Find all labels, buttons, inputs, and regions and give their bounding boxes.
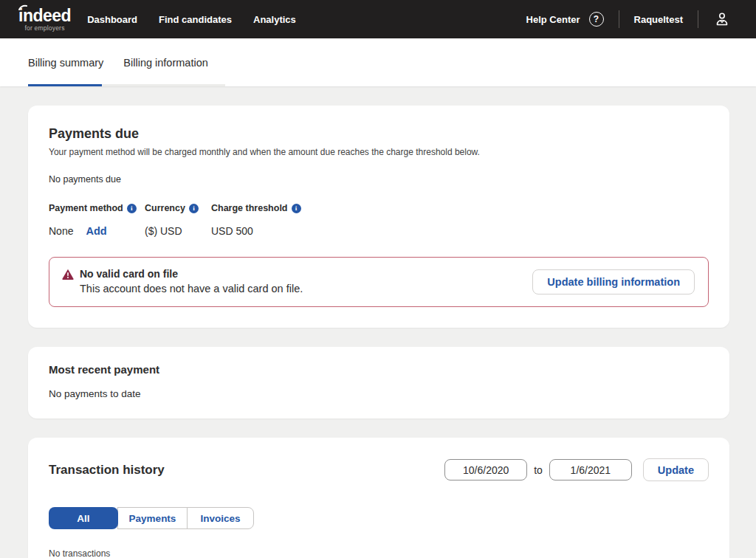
tab-billing-summary[interactable]: Billing summary	[28, 57, 103, 69]
payments-due-subtitle: Your payment method will be charged mont…	[49, 147, 709, 157]
payments-columns-values: None Add ($) USD USD 500	[49, 225, 709, 237]
alert-content: No valid card on file This account does …	[62, 267, 303, 297]
currency-column: Currency i	[145, 203, 211, 213]
alert-message: This account does not have a valid card …	[80, 281, 303, 297]
payment-method-value: None	[49, 225, 73, 237]
payment-method-value-cell: None Add	[49, 225, 145, 237]
indeed-logo-arc	[18, 4, 27, 10]
charge-threshold-value: USD 500	[211, 225, 253, 237]
date-from-input[interactable]	[444, 459, 527, 480]
most-recent-payment-title: Most recent payment	[49, 363, 709, 376]
most-recent-payment-card: Most recent payment No payments to date	[28, 347, 729, 418]
transaction-history-header: Transaction history to Update	[49, 458, 709, 481]
payment-method-column: Payment method i	[49, 203, 145, 213]
transaction-history-card: Transaction history to Update All Paymen…	[28, 438, 729, 558]
alert-text: No valid card on file This account does …	[80, 267, 303, 297]
transaction-history-title: Transaction history	[49, 463, 165, 478]
add-payment-method-link[interactable]: Add	[86, 225, 106, 237]
currency-info-icon[interactable]: i	[189, 204, 199, 213]
account-name[interactable]: Raqueltest	[634, 14, 683, 25]
primary-nav: Dashboard Find candidates Analytics	[87, 14, 296, 25]
transaction-history-status: No transactions	[49, 548, 709, 558]
update-date-range-button[interactable]: Update	[643, 458, 709, 481]
charge-threshold-column: Charge threshold i	[211, 203, 301, 213]
warning-triangle-icon	[62, 269, 74, 280]
help-center-link[interactable]: Help Center	[526, 14, 580, 25]
payments-due-title: Payments due	[49, 126, 709, 142]
charge-threshold-label: Charge threshold	[211, 203, 288, 213]
charge-threshold-info-icon[interactable]: i	[292, 204, 301, 213]
nav-item-dashboard[interactable]: Dashboard	[87, 14, 137, 25]
currency-value: ($) USD	[145, 225, 211, 237]
payments-due-card: Payments due Your payment method will be…	[28, 106, 729, 328]
indeed-logo[interactable]: indeed for employers	[18, 7, 71, 32]
filter-all[interactable]: All	[49, 507, 118, 529]
tab-billing-information[interactable]: Billing information	[123, 57, 207, 69]
payment-method-info-icon[interactable]: i	[127, 204, 137, 213]
date-range-to-label: to	[534, 464, 543, 476]
alert-title: No valid card on file	[80, 267, 303, 281]
billing-tabbar: Billing summary Billing information	[0, 38, 756, 86]
nav-item-analytics[interactable]: Analytics	[253, 14, 296, 25]
billing-summary-page: Payments due Your payment method will be…	[0, 86, 756, 558]
active-tab-indicator	[28, 84, 102, 86]
filter-invoices[interactable]: Invoices	[187, 507, 254, 529]
date-range-controls: to Update	[444, 458, 709, 481]
payments-columns-header: Payment method i Currency i Charge thres…	[49, 203, 709, 213]
navbar-right: Help Center ? Raqueltest	[526, 10, 731, 28]
top-navbar: indeed for employers Dashboard Find cand…	[0, 0, 756, 38]
transaction-filter-segmented-control: All Payments Invoices	[49, 507, 709, 529]
navbar-divider	[698, 10, 698, 28]
logo-sub-text: for employers	[18, 24, 71, 32]
currency-label: Currency	[145, 203, 185, 213]
help-question-icon[interactable]: ?	[589, 12, 604, 27]
date-to-input[interactable]	[549, 459, 632, 480]
no-valid-card-alert: No valid card on file This account does …	[49, 257, 709, 307]
navbar-divider	[619, 10, 619, 28]
update-billing-information-button[interactable]: Update billing information	[532, 269, 695, 294]
payments-due-status: No payments due	[49, 174, 709, 185]
nav-item-find-candidates[interactable]: Find candidates	[159, 14, 232, 25]
filter-payments[interactable]: Payments	[117, 507, 188, 529]
user-account-icon[interactable]	[713, 10, 731, 28]
most-recent-payment-status: No payments to date	[49, 388, 709, 399]
payment-method-label: Payment method	[49, 203, 123, 213]
